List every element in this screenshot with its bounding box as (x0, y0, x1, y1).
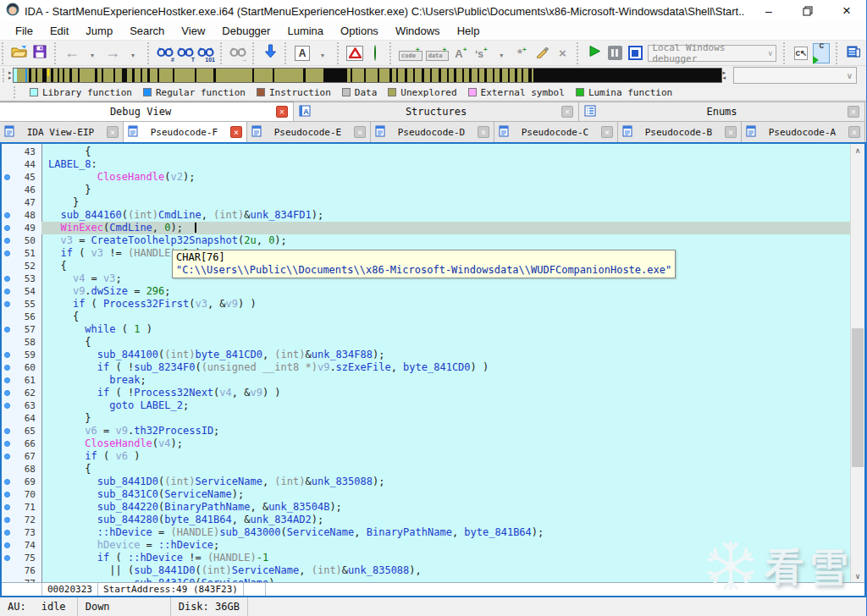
code-line-64[interactable]: 64 } (2, 412, 850, 425)
attach-process-button[interactable]: c↖ (792, 43, 809, 63)
close-tab-button[interactable]: × (478, 126, 489, 138)
address-dot[interactable] (4, 250, 10, 256)
code-line-67[interactable]: 67 if ( v6 ) (2, 450, 850, 463)
create-function-button[interactable]: *+ (513, 43, 530, 63)
navigate-forward-button[interactable]: → (104, 43, 121, 63)
view-tab-pseudocode-c[interactable]: Pseudocode-C× (494, 121, 618, 142)
code-line-62[interactable]: 62 if ( !Process32Next(v4, &v9) ) (2, 387, 850, 399)
address-dot[interactable] (4, 301, 10, 307)
navigate-back-dropdown[interactable]: ▾ (84, 43, 101, 63)
create-string-button[interactable]: A+ (452, 43, 469, 63)
pause-process-button[interactable] (606, 43, 623, 63)
address-dot[interactable] (4, 327, 10, 333)
code-line-43[interactable]: 43 { (2, 146, 850, 158)
view-tab-pseudocode-a[interactable]: Pseudocode-A× (742, 121, 865, 142)
address-dot[interactable] (4, 276, 10, 282)
view-tab-pseudocode-e[interactable]: Pseudocode-E× (247, 121, 371, 142)
code-line-77[interactable]: 77 sub_8431C0(ServiceName), (2, 577, 850, 582)
search-next-button[interactable]: → (229, 43, 246, 63)
debugger-windows-button[interactable] (845, 43, 862, 63)
code-line-57[interactable]: 57 while ( 1 ) (2, 323, 850, 336)
code-line-55[interactable]: 55 if ( Process32First(v3, &v9) ) (2, 298, 850, 311)
start-process-button[interactable] (586, 43, 603, 63)
address-dot[interactable] (4, 352, 10, 358)
problems-list-button[interactable] (346, 43, 363, 63)
code-line-61[interactable]: 61 break; (2, 374, 850, 387)
code-line-45[interactable]: 45 CloseHandle(v2); (2, 171, 850, 184)
address-dot[interactable] (4, 517, 10, 523)
close-tab-button[interactable]: × (725, 126, 737, 138)
menu-file[interactable]: File (7, 23, 41, 39)
search-text-button[interactable]: T (177, 43, 194, 63)
address-dot[interactable] (4, 479, 10, 485)
address-dot[interactable] (4, 174, 10, 180)
code-line-44[interactable]: 44LABEL_8: (2, 158, 850, 171)
code-line-73[interactable]: 73 ::hDevice = (HANDLE)sub_843000(Servic… (2, 526, 850, 539)
desktop-tab-debug-view[interactable]: Debug View× (0, 102, 294, 121)
code-line-71[interactable]: 71 sub_844220(BinaryPathName, &unk_83504… (2, 501, 850, 514)
delete-function-button[interactable]: × (554, 43, 571, 63)
address-dot[interactable] (4, 289, 10, 294)
code-line-69[interactable]: 69 sub_8441D0((int)ServiceName, (int)&un… (2, 476, 850, 488)
navigate-forward-dropdown[interactable]: ▾ (124, 43, 141, 63)
code-line-66[interactable]: 66 CloseHandle(v4); (2, 437, 850, 450)
code-line-70[interactable]: 70 sub_8431C0(ServiceName); (2, 488, 850, 501)
menu-edit[interactable]: Edit (41, 23, 77, 39)
view-tab-ida-view-eip[interactable]: IDA View-EIP× (0, 121, 124, 142)
address-dot[interactable] (4, 454, 10, 459)
address-dot[interactable] (4, 441, 10, 447)
close-tab-button[interactable]: × (107, 126, 119, 138)
code-line-58[interactable]: 58 { (2, 336, 850, 349)
scroll-up-icon[interactable]: ∧ (851, 144, 864, 157)
code-line-75[interactable]: 75 if ( ::hDevice != (HANDLE)-1 (2, 552, 850, 564)
vertical-scrollbar[interactable]: ∧ ∨ (850, 144, 864, 582)
close-button[interactable]: × (827, 0, 866, 22)
view-tab-pseudocode-b[interactable]: Pseudocode-B× (618, 121, 742, 142)
address-dot[interactable] (4, 212, 10, 218)
menu-view[interactable]: View (173, 23, 213, 39)
code-line-72[interactable]: 72 sub_844280(byte_841B64, &unk_834AD2); (2, 514, 850, 526)
close-tab-button[interactable]: × (848, 106, 859, 118)
address-dot[interactable] (4, 504, 10, 510)
code-line-60[interactable]: 60 if ( !sub_8234F0((unsigned __int8 *)v… (2, 361, 850, 374)
create-struct-dropdown[interactable]: ▾ (493, 43, 510, 63)
close-tab-button[interactable]: × (561, 106, 573, 118)
code-line-76[interactable]: 76 || (sub_8441D0((int)ServiceName, (int… (2, 564, 850, 577)
desktop-tab-structures[interactable]: AStructures× (294, 102, 579, 121)
navigation-band[interactable] (13, 68, 722, 83)
close-tab-button[interactable]: × (276, 106, 288, 118)
address-dot[interactable] (4, 238, 10, 244)
code-line-47[interactable]: 47 } (2, 196, 850, 209)
code-line-65[interactable]: 65 v6 = v9.th32ProcessID; (2, 425, 850, 437)
code-line-50[interactable]: 50 v3 = CreateToolhelp32Snapshot(2u, 0); (2, 234, 850, 247)
search-binary-button[interactable]: # (157, 43, 174, 63)
address-dot[interactable] (4, 530, 10, 536)
menu-windows[interactable]: Windows (387, 23, 449, 39)
code-line-48[interactable]: 48 sub_844160((int)CmdLine, (int)&unk_83… (2, 209, 850, 222)
menu-jump[interactable]: Jump (77, 23, 121, 39)
code-line-59[interactable]: 59 sub_844100((int)byte_841CD0, (int)&un… (2, 349, 850, 361)
search-value-button[interactable]: 101 (197, 43, 214, 63)
close-tab-button[interactable]: × (848, 126, 860, 138)
restore-button[interactable] (788, 0, 827, 22)
edit-function-button[interactable] (533, 43, 550, 63)
create-code-button[interactable]: code+ (399, 43, 422, 63)
code-line-63[interactable]: 63 goto LABEL_2; (2, 399, 850, 412)
code-line-68[interactable]: 68 { (2, 463, 850, 476)
jump-address-button[interactable] (262, 43, 279, 63)
code-line-54[interactable]: 54 v9.dwSize = 296; (2, 285, 850, 298)
close-tab-button[interactable]: × (601, 126, 613, 138)
lumina-button[interactable] (367, 43, 384, 63)
close-tab-button[interactable]: × (230, 126, 242, 138)
menu-search[interactable]: Search (121, 23, 173, 39)
create-data-button[interactable]: data+ (426, 43, 450, 63)
menu-lumina[interactable]: Lumina (279, 23, 332, 39)
desktop-tab-enums[interactable]: Enums× (579, 102, 865, 121)
address-dot[interactable] (4, 542, 10, 548)
create-struct-button[interactable]: ʻs+ (472, 43, 489, 63)
menu-options[interactable]: Options (332, 23, 387, 39)
scrollbar-thumb[interactable] (852, 328, 864, 467)
address-dot[interactable] (4, 365, 10, 371)
navigate-back-button[interactable]: ← (64, 43, 80, 63)
close-tab-button[interactable]: × (354, 126, 366, 138)
